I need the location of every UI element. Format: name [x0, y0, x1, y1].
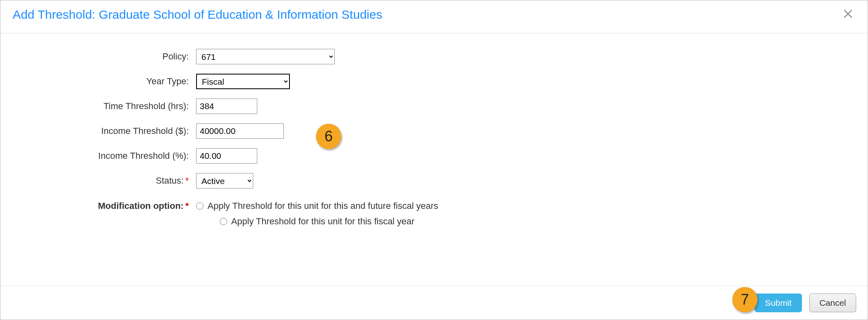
row-year-type: Year Type: Fiscal	[0, 74, 868, 89]
policy-select[interactable]: 671	[196, 49, 335, 64]
radio-future-label: Apply Threshold for this unit for this a…	[208, 201, 438, 211]
add-threshold-dialog: Add Threshold: Graduate School of Educat…	[0, 0, 868, 320]
label-income-pct: Income Threshold (%):	[0, 151, 196, 161]
dialog-title: Add Threshold: Graduate School of Educat…	[13, 8, 382, 22]
close-icon[interactable]	[841, 8, 855, 22]
radio-future[interactable]	[196, 202, 203, 210]
submit-button[interactable]: Submit	[755, 294, 802, 312]
row-income-pct: Income Threshold (%):	[0, 148, 868, 164]
callout-7-badge: 7	[732, 287, 758, 312]
label-year-type: Year Type:	[0, 76, 196, 87]
modification-option-this-year[interactable]: Apply Threshold for this unit for this f…	[220, 216, 415, 227]
required-marker: *	[185, 201, 189, 211]
year-type-select[interactable]: Fiscal	[196, 74, 290, 89]
row-status: Status:* Active	[0, 173, 868, 188]
cancel-button[interactable]: Cancel	[809, 294, 856, 312]
label-modification: Modification option:*	[0, 201, 196, 211]
label-income-dollar: Income Threshold ($):	[0, 126, 196, 136]
required-marker: *	[185, 175, 189, 186]
dialog-header: Add Threshold: Graduate School of Educat…	[0, 0, 868, 33]
row-income-dollar: Income Threshold ($):	[0, 123, 868, 139]
row-time-threshold: Time Threshold (hrs):	[0, 99, 868, 114]
callout-6-badge: 6	[316, 124, 341, 149]
income-dollar-input[interactable]	[196, 123, 284, 139]
dialog-footer: 7 Submit Cancel	[0, 286, 868, 320]
label-status: Status:*	[0, 175, 196, 186]
row-policy: Policy: 671	[0, 49, 868, 64]
dialog-body: Policy: 671 Year Type: Fiscal Time Thres…	[0, 33, 868, 248]
modification-option-future[interactable]: Apply Threshold for this unit for this a…	[196, 201, 438, 211]
label-policy: Policy:	[0, 51, 196, 62]
income-pct-input[interactable]	[196, 148, 257, 164]
time-threshold-input[interactable]	[196, 99, 257, 114]
row-modification: Modification option:* Apply Threshold fo…	[0, 201, 868, 227]
status-select[interactable]: Active	[196, 173, 253, 188]
radio-this-year[interactable]	[220, 218, 227, 225]
radio-this-year-label: Apply Threshold for this unit for this f…	[231, 216, 415, 227]
label-time-threshold: Time Threshold (hrs):	[0, 101, 196, 112]
